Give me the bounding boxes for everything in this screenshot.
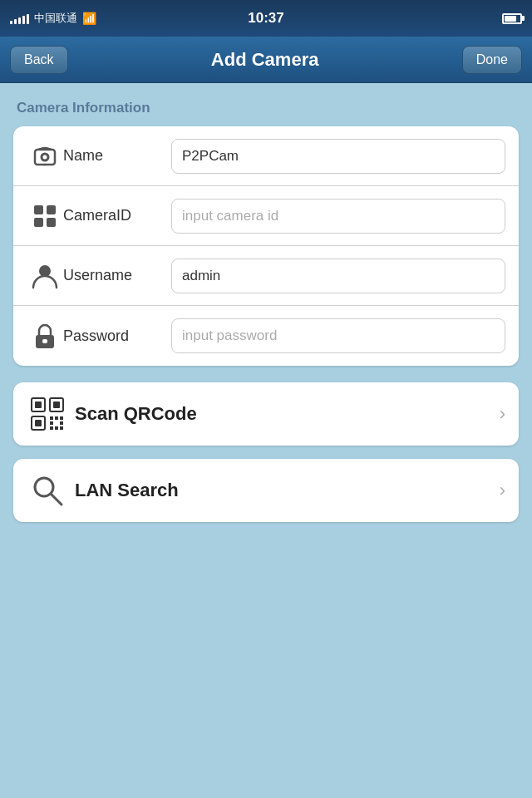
cameraid-row: CameraID xyxy=(13,186,519,246)
svg-rect-21 xyxy=(60,416,63,420)
lan-search-label: LAN Search xyxy=(75,480,500,501)
search-icon xyxy=(27,470,68,511)
wifi-icon: 📶 xyxy=(82,12,96,25)
grid-icon xyxy=(27,198,63,234)
camera-info-form: Name CameraID xyxy=(13,126,519,366)
svg-rect-8 xyxy=(34,218,43,227)
svg-line-29 xyxy=(51,494,62,505)
svg-rect-22 xyxy=(50,421,53,425)
signal-icon xyxy=(10,12,29,24)
status-left: 中国联通 📶 xyxy=(10,11,96,26)
done-button[interactable]: Done xyxy=(462,46,522,74)
name-label: Name xyxy=(63,147,171,165)
svg-rect-24 xyxy=(50,426,53,430)
svg-rect-6 xyxy=(34,205,43,214)
lock-icon xyxy=(27,318,63,354)
scan-qr-chevron: › xyxy=(500,403,505,425)
section-header: Camera Information xyxy=(13,100,519,116)
svg-rect-19 xyxy=(50,416,53,420)
qr-icon xyxy=(27,393,68,435)
back-button[interactable]: Back xyxy=(10,46,68,74)
cameraid-label: CameraID xyxy=(63,207,171,224)
password-label: Password xyxy=(63,328,171,345)
svg-rect-14 xyxy=(35,401,42,408)
password-input[interactable] xyxy=(171,318,505,353)
svg-rect-26 xyxy=(60,426,63,430)
svg-rect-16 xyxy=(53,401,60,408)
time-label: 10:37 xyxy=(248,10,283,27)
nav-bar: Back Add Camera Done xyxy=(0,37,532,83)
name-row: Name xyxy=(13,126,519,186)
svg-rect-18 xyxy=(35,420,42,426)
carrier-label: 中国联通 xyxy=(34,11,77,26)
battery-icon xyxy=(502,13,522,24)
username-label: Username xyxy=(63,267,171,284)
svg-rect-12 xyxy=(42,339,47,343)
camera-icon xyxy=(27,138,63,175)
cameraid-input[interactable] xyxy=(171,199,505,234)
username-row: Username xyxy=(13,246,519,306)
username-input[interactable] xyxy=(171,259,505,293)
scan-qr-button[interactable]: Scan QRCode › xyxy=(13,382,519,446)
svg-rect-20 xyxy=(55,416,58,420)
svg-rect-27 xyxy=(55,421,58,425)
svg-rect-23 xyxy=(60,421,63,425)
svg-rect-25 xyxy=(55,426,58,430)
svg-point-5 xyxy=(43,155,47,159)
user-icon xyxy=(27,258,63,294)
lan-search-chevron: › xyxy=(500,480,505,501)
name-input[interactable] xyxy=(171,139,505,174)
scan-qr-label: Scan QRCode xyxy=(75,403,500,425)
content: Camera Information Name xyxy=(0,83,532,552)
svg-rect-7 xyxy=(47,205,56,214)
lan-search-button[interactable]: LAN Search › xyxy=(13,459,519,522)
svg-rect-9 xyxy=(47,218,56,227)
nav-title: Add Camera xyxy=(211,49,319,71)
status-right xyxy=(502,13,522,24)
password-row: Password xyxy=(13,306,519,366)
status-bar: 中国联通 📶 10:37 xyxy=(0,0,532,37)
